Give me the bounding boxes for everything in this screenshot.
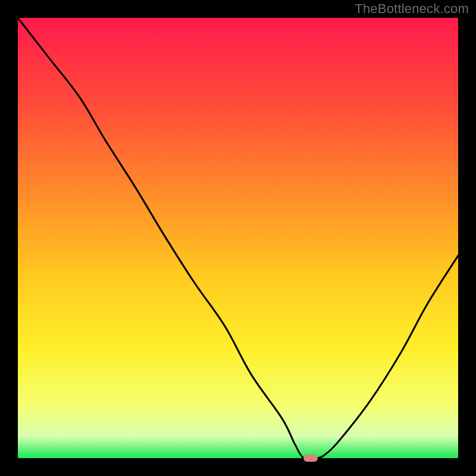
optimal-marker bbox=[303, 455, 318, 462]
bottleneck-chart bbox=[0, 0, 476, 476]
chart-background bbox=[18, 18, 458, 458]
watermark-text: TheBottleneck.com bbox=[355, 1, 469, 17]
